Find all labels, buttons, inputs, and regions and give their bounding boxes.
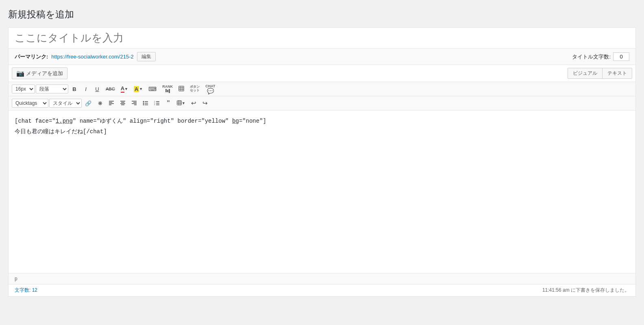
align-center-icon xyxy=(120,100,126,106)
media-row: 📷 メディアを追加 ビジュアル テキスト xyxy=(9,65,635,82)
quicktags-select[interactable]: Quicktags xyxy=(12,99,48,108)
blockquote-button[interactable]: " xyxy=(163,98,174,108)
table-icon xyxy=(178,86,184,93)
svg-point-21 xyxy=(143,104,144,105)
permalink-url[interactable]: https://free-socialworker.com/215-2 xyxy=(51,54,133,60)
permalink-right: タイトル文字数: 0 xyxy=(572,52,629,61)
keyboard-button[interactable]: ⌨ xyxy=(146,84,159,94)
font-color-dropdown-icon: ▼ xyxy=(124,87,128,91)
blockquote-icon: " xyxy=(167,100,170,107)
char-count-value: 0 xyxy=(613,52,629,61)
italic-icon: I xyxy=(85,86,87,92)
redo-icon: ↪ xyxy=(202,100,208,107)
word-count-section: 文字数: 12 xyxy=(15,287,37,294)
align-center-button[interactable] xyxy=(117,98,128,108)
rank-icon: RANK xyxy=(162,85,173,93)
table-dropdown-icon xyxy=(177,100,182,106)
title-section xyxy=(9,28,635,49)
svg-point-19 xyxy=(143,102,144,104)
button-set-icon: ボタンセット xyxy=(190,85,200,93)
title-input[interactable] xyxy=(15,32,629,44)
align-right-button[interactable] xyxy=(129,98,139,108)
toolbar-row-1: 16px 段落 B I U ABC A xyxy=(9,82,635,96)
bg-span: bg xyxy=(232,118,239,124)
chat-icon: CHAT 💬 xyxy=(205,84,215,94)
svg-text:3.: 3. xyxy=(154,104,155,105)
word-count-value: 12 xyxy=(32,287,37,293)
rank-button[interactable]: RANK xyxy=(160,84,175,94)
paragraph-select[interactable]: 段落 xyxy=(36,84,68,93)
undo-button[interactable]: ↩ xyxy=(189,98,199,108)
page-wrapper: 新規投稿を追加 パーマリンク: https://free-socialworke… xyxy=(0,0,644,325)
word-count-label: 文字数: xyxy=(15,287,30,293)
media-btn-label: メディアを追加 xyxy=(26,70,63,77)
permalink-left: パーマリンク: https://free-socialworker.com/21… xyxy=(15,52,156,61)
text-button[interactable]: テキスト xyxy=(602,68,632,79)
add-media-button[interactable]: 📷 メディアを追加 xyxy=(12,67,67,79)
save-text: に下書きを保存しました。 xyxy=(571,287,629,293)
permalink-row: パーマリンク: https://free-socialworker.com/21… xyxy=(9,49,635,65)
strikethrough-button[interactable]: ABC xyxy=(103,84,117,94)
highlight-color-icon: A xyxy=(134,86,139,92)
bullet-list-button[interactable] xyxy=(140,98,151,108)
link-button[interactable]: 🔗 xyxy=(83,98,94,108)
highlight-color-button[interactable]: A ▼ xyxy=(131,84,145,94)
visual-button[interactable]: ビジュアル xyxy=(568,68,602,79)
align-left-button[interactable] xyxy=(106,98,117,108)
table-button[interactable] xyxy=(176,84,187,94)
special-icon: ❋ xyxy=(98,100,102,106)
redo-button[interactable]: ↪ xyxy=(200,98,211,108)
link-icon: 🔗 xyxy=(85,100,91,106)
numbered-list-button[interactable]: 1. 2. 3. xyxy=(152,98,162,108)
button-set-button[interactable]: ボタンセット xyxy=(187,84,202,94)
permalink-label: パーマリンク: xyxy=(15,53,48,61)
table-dropdown-button[interactable]: ▼ xyxy=(174,98,188,108)
toolbar-row-2: Quicktags スタイル 🔗 ❋ xyxy=(9,96,635,110)
table-dropdown-arrow: ▼ xyxy=(182,101,185,105)
svg-point-17 xyxy=(143,101,144,102)
editor-content[interactable]: [chat face="1.png" name="ゆずくん" align="ri… xyxy=(9,110,635,273)
shortcode-line-1: [chat face="1.png" name="ゆずくん" align="ri… xyxy=(15,117,629,126)
numbered-list-icon: 1. 2. 3. xyxy=(154,100,160,106)
page-title: 新規投稿を追加 xyxy=(8,8,636,21)
toolbar-area: 16px 段落 B I U ABC A xyxy=(9,82,635,110)
editor-footer: p xyxy=(9,273,635,284)
align-left-icon xyxy=(109,100,114,106)
font-size-select[interactable]: 16px xyxy=(12,84,35,93)
undo-icon: ↩ xyxy=(191,100,196,107)
permalink-edit-button[interactable]: 編集 xyxy=(137,52,156,61)
style-select[interactable]: スタイル xyxy=(49,99,82,108)
underline-button[interactable]: U xyxy=(92,84,102,94)
svg-rect-29 xyxy=(177,100,182,105)
keyboard-icon: ⌨ xyxy=(148,86,157,92)
font-color-button[interactable]: A ▼ xyxy=(118,84,131,94)
bullet-list-icon xyxy=(143,100,148,106)
chat-button[interactable]: CHAT 💬 xyxy=(203,84,218,94)
save-status: 11:41:56 am に下書きを保存しました。 xyxy=(542,287,629,294)
special-button[interactable]: ❋ xyxy=(95,98,105,108)
highlight-dropdown-icon: ▼ xyxy=(139,87,143,91)
strike-icon: ABC xyxy=(106,87,115,91)
align-right-icon xyxy=(131,100,137,106)
media-icon: 📷 xyxy=(16,69,24,77)
font-color-icon: A xyxy=(121,85,124,93)
svg-rect-0 xyxy=(179,86,184,91)
char-count-label: タイトル文字数: xyxy=(572,53,611,61)
status-bar: 文字数: 12 11:41:56 am に下書きを保存しました。 xyxy=(9,284,635,296)
visual-text-switcher: ビジュアル テキスト xyxy=(568,68,632,79)
italic-button[interactable]: I xyxy=(80,84,91,94)
save-time: 11:41:56 am xyxy=(542,287,570,293)
editor-container: パーマリンク: https://free-socialworker.com/21… xyxy=(8,27,636,297)
bold-button[interactable]: B xyxy=(69,84,80,94)
shortcode-line-2: 今日も君の瞳はキレイだね[/chat] xyxy=(15,127,629,136)
paragraph-indicator: p xyxy=(15,276,17,282)
filename-span: 1.png xyxy=(56,118,73,124)
underline-icon: U xyxy=(95,86,99,92)
bold-icon: B xyxy=(72,86,76,92)
